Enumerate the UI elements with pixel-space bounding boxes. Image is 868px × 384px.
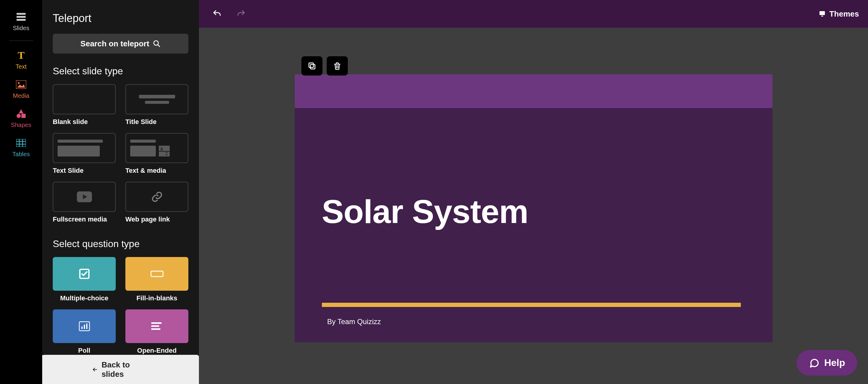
topbar: Themes xyxy=(199,0,868,28)
slide-type-label: Text Slide xyxy=(53,167,116,175)
blank-box-icon xyxy=(150,269,164,278)
svg-rect-29 xyxy=(819,11,825,15)
hamburger-slides-icon xyxy=(16,11,27,22)
slide-type-label: Web page link xyxy=(125,215,188,223)
arrow-left-icon xyxy=(92,366,98,373)
slide-preview[interactable]: Solar System By Team Quizizz xyxy=(295,74,772,342)
question-label: Open-Ended xyxy=(125,347,188,354)
svg-rect-25 xyxy=(86,323,87,329)
svg-rect-2 xyxy=(17,19,26,21)
main-area: Themes Solar System By Team Quizizz xyxy=(199,0,868,384)
question-fill-in-blanks[interactable]: Fill-in-blanks xyxy=(125,257,188,302)
slide-type-label: Text & media xyxy=(125,167,188,175)
svg-rect-28 xyxy=(151,328,160,330)
open-thumb xyxy=(125,309,188,343)
fib-thumb xyxy=(125,257,188,291)
text-slide-thumb xyxy=(53,133,116,163)
svg-point-6 xyxy=(17,114,21,118)
svg-rect-26 xyxy=(151,322,161,324)
text-icon: T xyxy=(16,50,27,61)
rail-divider xyxy=(9,41,33,41)
slide-type-label: Title Slide xyxy=(125,118,188,126)
svg-rect-1 xyxy=(17,16,26,18)
redo-button[interactable] xyxy=(235,8,247,20)
slide-type-label: Blank slide xyxy=(53,118,116,126)
rail-media[interactable]: Media xyxy=(13,79,29,99)
delete-slide-button[interactable] xyxy=(327,56,348,75)
undo-button[interactable] xyxy=(211,8,223,20)
undo-icon xyxy=(212,9,222,19)
question-type-heading: Select question type xyxy=(53,238,188,249)
question-label: Multiple-choice xyxy=(53,294,116,302)
slide-type-text-media[interactable]: Text & media xyxy=(125,133,188,175)
search-teleport-button[interactable]: Search on teleport xyxy=(53,34,188,54)
rail-media-label: Media xyxy=(13,93,29,99)
rail-text[interactable]: T Text xyxy=(16,50,27,70)
slide-type-webpage[interactable]: Web page link xyxy=(125,182,188,223)
copy-icon xyxy=(307,61,316,70)
left-rail: Slides T Text Media Shapes Tables xyxy=(0,0,42,384)
svg-rect-31 xyxy=(310,64,315,69)
svg-line-14 xyxy=(158,44,160,47)
mc-thumb xyxy=(53,257,116,291)
slide-byline: By Team Quizizz xyxy=(327,317,745,326)
themes-label: Themes xyxy=(830,9,859,19)
rail-tables-label: Tables xyxy=(12,151,30,158)
slide-type-label: Fullscreen media xyxy=(53,215,116,223)
blank-slide-thumb xyxy=(53,84,116,114)
slide-type-heading: Select slide type xyxy=(53,66,188,77)
question-label: Poll xyxy=(53,347,116,354)
side-panel: Teleport Search on teleport Select slide… xyxy=(42,0,199,384)
search-icon xyxy=(153,40,161,47)
poll-thumb xyxy=(53,309,116,343)
themes-icon xyxy=(818,10,826,18)
question-open-ended[interactable]: Open-Ended xyxy=(125,309,188,354)
fullscreen-media-thumb xyxy=(53,182,116,212)
media-icon xyxy=(16,79,27,90)
question-poll[interactable]: Poll xyxy=(53,309,116,354)
slide-title: Solar System xyxy=(322,192,745,231)
checkbox-icon xyxy=(79,268,90,280)
canvas-area: Solar System By Team Quizizz xyxy=(199,28,868,384)
rail-slides-label: Slides xyxy=(13,25,29,32)
question-label: Fill-in-blanks xyxy=(125,294,188,302)
webpage-thumb xyxy=(125,182,188,212)
themes-button[interactable]: Themes xyxy=(818,9,859,19)
slide-toolbar xyxy=(301,56,348,75)
slide-type-blank[interactable]: Blank slide xyxy=(53,84,116,126)
rail-slides[interactable]: Slides xyxy=(13,11,29,32)
svg-rect-7 xyxy=(22,114,26,118)
trash-icon xyxy=(333,61,341,70)
svg-rect-24 xyxy=(84,325,85,329)
link-icon xyxy=(151,191,163,203)
panel-footer: Back to slides xyxy=(42,355,199,384)
slide-type-fullscreen-media[interactable]: Fullscreen media xyxy=(53,182,116,223)
svg-rect-0 xyxy=(17,13,26,15)
svg-rect-21 xyxy=(151,271,163,277)
svg-rect-23 xyxy=(82,326,83,329)
rail-shapes[interactable]: Shapes xyxy=(11,108,31,129)
svg-rect-8 xyxy=(16,139,26,147)
svg-rect-32 xyxy=(309,63,313,67)
panel-title: Teleport xyxy=(53,12,188,25)
svg-rect-30 xyxy=(821,15,823,16)
svg-marker-5 xyxy=(19,109,24,113)
duplicate-slide-button[interactable] xyxy=(301,56,322,75)
shapes-icon xyxy=(16,108,27,119)
question-multiple-choice[interactable]: Multiple-choice xyxy=(53,257,116,302)
back-label: Back to slides xyxy=(101,360,149,379)
tables-icon xyxy=(16,138,27,148)
help-button[interactable]: Help xyxy=(797,350,857,376)
search-label: Search on teleport xyxy=(81,39,149,48)
bar-chart-icon xyxy=(79,321,90,331)
chat-icon xyxy=(809,357,819,369)
slide-type-text[interactable]: Text Slide xyxy=(53,133,116,175)
rail-tables[interactable]: Tables xyxy=(12,138,30,158)
slide-type-title[interactable]: Title Slide xyxy=(125,84,188,126)
svg-rect-16 xyxy=(159,152,170,156)
svg-rect-27 xyxy=(151,325,159,327)
redo-icon xyxy=(236,9,246,19)
slide-divider xyxy=(322,303,741,307)
back-to-slides-button[interactable]: Back to slides xyxy=(42,355,199,384)
text-media-thumb xyxy=(125,133,188,163)
